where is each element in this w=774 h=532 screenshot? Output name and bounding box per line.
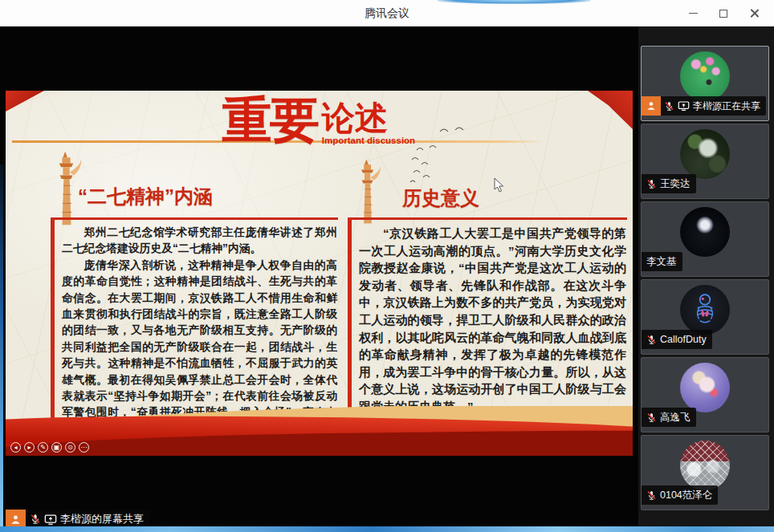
screen-share-icon — [678, 100, 690, 112]
more-tools-button[interactable]: ⋯ — [79, 442, 89, 453]
muted-mic-icon — [646, 179, 657, 189]
muted-mic-icon — [646, 490, 657, 501]
section-heading-history: 历史意义 — [402, 185, 479, 211]
paragraph: 郑州二七纪念馆学术研究部主任庞倩华讲述了郑州二七纪念塔建设历史及“二七精神”内涵… — [62, 225, 337, 258]
avatar — [680, 207, 730, 257]
mouse-cursor — [494, 177, 504, 193]
monument-tower-icon — [352, 158, 383, 225]
window-controls — [681, 0, 766, 26]
muted-mic-icon — [646, 335, 657, 345]
avatar — [680, 129, 730, 179]
red-corner-decoration-left — [6, 91, 44, 112]
avatar — [680, 441, 730, 490]
close-button[interactable] — [742, 3, 766, 24]
participant-tile[interactable]: 高逸飞 — [641, 357, 769, 433]
minimize-button[interactable] — [681, 3, 705, 24]
participant-name-bar: 李文基 — [642, 252, 682, 271]
participant-name-bar: 王奕达 — [642, 174, 696, 193]
participant-name-bar: 高逸飞 — [642, 408, 696, 427]
participant-name-bar: 李楷源正在共享 — [642, 96, 766, 116]
share-banner-text: 李楷源的屏幕共享 — [60, 512, 144, 526]
participant-tile[interactable]: CallofDuty — [641, 279, 769, 355]
muted-mic-icon — [30, 514, 41, 525]
red-corner-decoration-right — [588, 91, 633, 129]
copy-tool-button[interactable]: ▣ — [51, 442, 62, 453]
close-icon — [750, 9, 759, 18]
participant-name-bar: CallofDuty — [642, 330, 712, 349]
participants-sidebar: 李楷源正在共享 王奕达 李文基 — [638, 26, 774, 532]
participant-name: CallofDuty — [660, 334, 707, 345]
participant-name: 高逸飞 — [660, 411, 690, 424]
avatar — [680, 363, 730, 412]
participant-name-bar: 0104范泽仑 — [642, 485, 718, 505]
muted-mic-icon — [646, 412, 657, 423]
paragraph: “京汉铁路工人大罢工是中国共产党领导的第一次工人运动高潮的顶点。”河南大学历史文… — [359, 225, 626, 416]
slide-title: 重要 论述 Important discussion — [126, 95, 511, 145]
slide-title-main: 重要 — [222, 95, 317, 145]
person-icon — [646, 100, 657, 112]
participant-tile[interactable]: 李楷源正在共享 — [641, 46, 769, 121]
bottom-red-band — [6, 406, 633, 456]
slide-title-sub: 论述 — [322, 102, 388, 135]
section-body-history: “京汉铁路工人大罢工是中国共产党领导的第一次工人运动高潮的顶点。”河南大学历史文… — [348, 217, 627, 416]
participant-name: 李文基 — [646, 255, 677, 269]
participant-name: 0104范泽仑 — [660, 489, 712, 502]
slide-title-english: Important discussion — [322, 136, 415, 145]
screen-share-icon — [44, 514, 57, 526]
maximize-icon — [719, 10, 727, 18]
titlebar[interactable]: 腾讯会议 — [0, 0, 774, 26]
minimize-icon — [689, 13, 698, 14]
desktop-edge-left — [0, 164, 3, 532]
participant-name: 李楷源正在共享 — [693, 99, 760, 113]
host-badge — [642, 96, 661, 116]
birds-decoration — [438, 124, 473, 136]
next-slide-button[interactable]: ▸ — [24, 442, 35, 453]
skeleton-avatar-art — [688, 291, 722, 328]
participant-tile[interactable]: 0104范泽仑 — [641, 435, 769, 510]
birds-flock-decoration — [405, 144, 450, 189]
section-heading-spirit: “二七精神”内涵 — [78, 184, 213, 209]
avatar — [680, 51, 730, 101]
desktop-edge-bottom — [0, 526, 774, 532]
window-title: 腾讯会议 — [0, 0, 774, 26]
magnifier-tool-button[interactable]: ⊙ — [65, 442, 75, 453]
prev-slide-button[interactable]: ◂ — [10, 442, 21, 453]
participant-tile[interactable]: 王奕达 — [641, 124, 769, 199]
avatar — [680, 285, 730, 335]
tencent-meeting-window: 腾讯会议 重要 论述 Important discussion — [0, 0, 774, 532]
participant-name: 王奕达 — [660, 177, 690, 191]
presentation-slide: 重要 论述 Important discussion — [6, 91, 633, 456]
presenter-toolbar: ◂ ▸ ✎ ▣ ⊙ ⋯ — [10, 442, 89, 453]
person-icon — [10, 514, 22, 526]
maximize-button[interactable] — [711, 3, 735, 24]
participant-tile[interactable]: 李文基 — [641, 201, 769, 277]
shared-screen-stage: 重要 论述 Important discussion — [0, 26, 638, 532]
muted-mic-icon — [664, 101, 674, 112]
pen-tool-button[interactable]: ✎ — [38, 442, 48, 453]
